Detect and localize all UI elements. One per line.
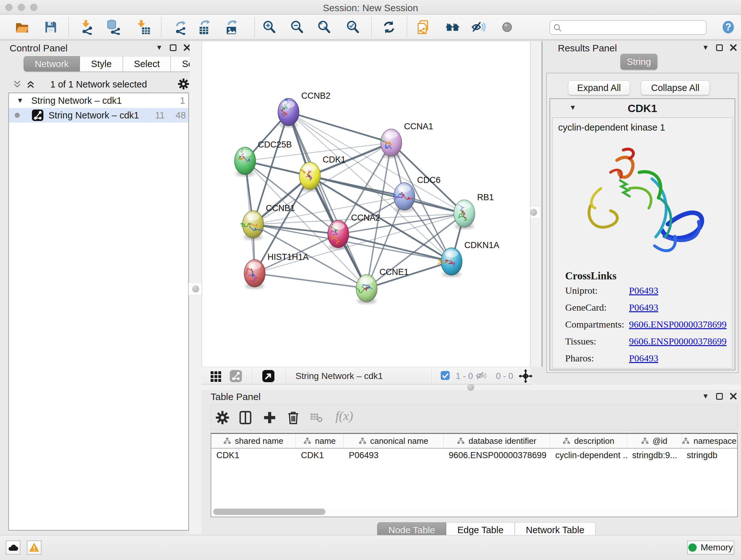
collapse-all-button[interactable]: Collapse All xyxy=(641,80,710,95)
panel-close-icon[interactable] xyxy=(730,393,737,400)
export-image-icon[interactable] xyxy=(224,19,239,35)
column-header-canonicalname[interactable]: canonical name xyxy=(344,434,444,448)
open-session-icon[interactable] xyxy=(14,19,30,35)
zoom-out-icon[interactable] xyxy=(289,19,305,35)
pan-crosshair-icon[interactable] xyxy=(518,369,533,383)
scrollbar-thumb[interactable] xyxy=(213,509,326,515)
footer-separator xyxy=(252,369,253,382)
network-collection-row[interactable]: ▼ String Network – cdk1 1 xyxy=(9,93,188,108)
import-network-icon[interactable] xyxy=(79,19,94,35)
show-all-icon[interactable] xyxy=(499,19,515,35)
import-table-icon[interactable] xyxy=(135,19,151,35)
network-node-CCNA1[interactable]: CCNA1 xyxy=(379,122,433,159)
search-icon xyxy=(553,23,562,33)
panel-menu-icon[interactable]: ▼ xyxy=(156,44,163,51)
network-row-label: String Network – cdk1 xyxy=(49,110,139,121)
table-cell[interactable]: CDK1 xyxy=(211,449,296,462)
network-edge[interactable] xyxy=(310,176,464,213)
crosslink-link[interactable]: 9606.ENSP00000378699 xyxy=(629,336,727,347)
gene-details: cyclin-dependent kinase 1 xyxy=(552,118,733,368)
selected-checkbox-icon[interactable] xyxy=(441,371,450,380)
network-canvas[interactable]: CCNB2 CCNA1 CDC25B CDK1 CDC6 xyxy=(202,42,530,367)
network-edge[interactable] xyxy=(288,112,464,213)
tab-network[interactable]: Network xyxy=(23,56,80,71)
column-header-description[interactable]: description xyxy=(550,434,627,448)
network-edge[interactable] xyxy=(288,112,367,288)
show-columns-icon[interactable] xyxy=(238,410,253,425)
table-cell[interactable]: P06493 xyxy=(344,449,444,462)
table-row[interactable]: CDK1CDK1P064939606.ENSP00000378699cyclin… xyxy=(211,449,737,462)
column-header-databaseidentifier[interactable]: database identifier xyxy=(444,434,550,448)
table-cell[interactable]: 9606.ENSP00000378699 xyxy=(444,449,550,462)
crosslink-row: Uniprot:P06493 xyxy=(565,285,732,296)
zoom-in-icon[interactable] xyxy=(262,19,277,35)
network-edge[interactable] xyxy=(288,112,391,143)
network-node-CDKN1A[interactable]: CDKN1A xyxy=(438,240,499,277)
tab-style[interactable]: Style xyxy=(80,56,123,71)
hidden-node-edge-counts: 0 - 0 xyxy=(496,371,513,381)
left-splitter-handle[interactable] xyxy=(189,283,203,295)
panel-menu-icon[interactable]: ▼ xyxy=(702,393,709,400)
panel-close-icon[interactable] xyxy=(730,44,737,51)
table-cell[interactable]: CDK1 xyxy=(296,449,344,462)
export-table-icon[interactable] xyxy=(197,19,212,35)
memory-button[interactable]: Memory xyxy=(687,541,734,555)
network-node-count: 11 xyxy=(155,110,165,121)
memory-status-dot-icon xyxy=(688,543,697,552)
import-database-icon[interactable] xyxy=(106,19,121,35)
column-type-icon xyxy=(562,437,570,444)
search-input[interactable] xyxy=(565,21,702,34)
cloud-status-button[interactable] xyxy=(6,541,20,555)
node-label: CCNB1 xyxy=(266,203,295,213)
column-header-name[interactable]: name xyxy=(296,434,344,448)
export-network-icon[interactable] xyxy=(173,19,188,35)
table-cell[interactable]: stringdb:9... xyxy=(627,449,682,462)
panel-float-icon[interactable] xyxy=(716,393,723,400)
crosslink-link[interactable]: P06493 xyxy=(629,302,658,313)
crosslink-label: GeneCard: xyxy=(565,302,629,313)
network-node-CDC25B[interactable]: CDC25B xyxy=(234,140,292,177)
hide-selected-icon[interactable] xyxy=(471,19,487,35)
horizontal-scrollbar[interactable] xyxy=(212,508,737,515)
right-splitter[interactable] xyxy=(531,42,542,367)
network-node-CDK1[interactable]: CDK1 xyxy=(299,155,346,192)
birdseye-view-icon[interactable] xyxy=(262,369,275,383)
table-settings-gear-icon[interactable] xyxy=(215,410,230,425)
column-header-namespace[interactable]: namespace xyxy=(682,434,737,448)
panel-float-icon[interactable] xyxy=(716,44,723,51)
save-session-icon[interactable] xyxy=(43,19,58,35)
network-node-RB1[interactable]: RB1 xyxy=(454,192,494,229)
refresh-icon[interactable] xyxy=(381,19,397,35)
collection-count: 1 xyxy=(180,96,185,106)
network-row-selected[interactable]: String Network – cdk1 11 48 xyxy=(9,108,188,123)
column-header-sharedname[interactable]: shared name xyxy=(211,434,296,448)
network-thumbnail-icon[interactable] xyxy=(229,369,243,383)
tab-select[interactable]: Select xyxy=(123,56,171,71)
warnings-button[interactable] xyxy=(27,541,42,555)
network-options-gear-icon[interactable] xyxy=(178,78,190,90)
crosslink-link[interactable]: 9606.ENSP00000378699 xyxy=(629,319,727,330)
expand-all-button[interactable]: Expand All xyxy=(568,80,630,95)
table-header-row: shared namenamecanonical namedatabase id… xyxy=(211,434,737,449)
clone-network-icon[interactable] xyxy=(415,19,431,35)
network-edge[interactable] xyxy=(255,273,367,288)
crosslink-link[interactable]: P06493 xyxy=(629,353,658,364)
network-node-CCNE1[interactable]: CCNE1 xyxy=(356,267,409,304)
table-cell[interactable]: stringdb xyxy=(682,449,737,462)
panel-menu-icon[interactable]: ▼ xyxy=(702,44,709,51)
collection-expand-icon[interactable]: ▼ xyxy=(17,97,23,104)
zoom-fit-icon[interactable] xyxy=(317,19,332,35)
tab-string[interactable]: String xyxy=(620,54,657,70)
grid-view-icon[interactable] xyxy=(209,369,223,383)
panel-float-icon[interactable] xyxy=(170,44,177,51)
add-column-icon[interactable] xyxy=(262,410,277,425)
column-header-id[interactable]: @id xyxy=(627,434,682,448)
node-table[interactable]: shared namenamecanonical namedatabase id… xyxy=(211,433,738,517)
delete-column-icon[interactable] xyxy=(286,410,301,425)
zoom-selected-icon[interactable] xyxy=(345,19,360,35)
help-icon[interactable]: ? xyxy=(721,19,736,35)
network-graph[interactable]: CCNB2 CCNA1 CDC25B CDK1 CDC6 xyxy=(202,42,531,367)
table-cell[interactable]: cyclin-dependent ... xyxy=(550,449,627,462)
crosslink-link[interactable]: P06493 xyxy=(629,285,658,296)
first-neighbors-icon[interactable] xyxy=(445,19,460,35)
